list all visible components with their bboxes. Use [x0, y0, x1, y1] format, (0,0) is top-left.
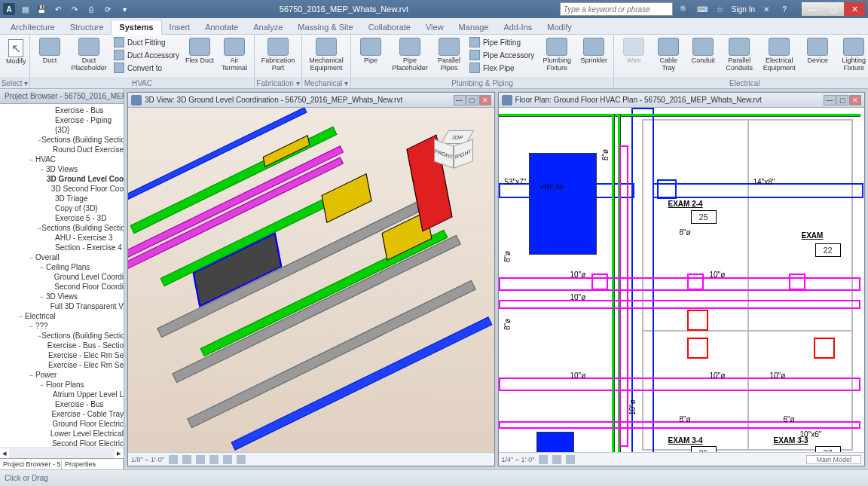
- detail-level-icon[interactable]: [169, 455, 178, 464]
- duct-placeholder-button[interactable]: Duct Placeholder: [68, 36, 110, 74]
- view-cube[interactable]: TOP FRONT RIGHT: [434, 130, 479, 176]
- ribbon-tab-analyze[interactable]: Analyze: [246, 20, 290, 34]
- tree-node[interactable]: Exercise - Cable Tray: [0, 409, 124, 419]
- visual-style-icon[interactable]: [552, 455, 561, 464]
- lighting-fixture-button[interactable]: Lighting Fixture: [836, 36, 868, 74]
- tree-node[interactable]: Atrium Upper Level L: [0, 390, 124, 399]
- tree-node[interactable]: 3D Ground Level Coo: [0, 174, 124, 184]
- tree-node[interactable]: −3D Views: [0, 292, 124, 301]
- wire-button[interactable]: Wire: [617, 36, 650, 66]
- tree-node[interactable]: Section - Exercise 4: [0, 243, 124, 252]
- electrical-equipment-button[interactable]: Electrical Equipment: [759, 36, 799, 74]
- favorite-icon[interactable]: ☆: [714, 2, 727, 16]
- parallel-pipes-button[interactable]: Parallel Pipes: [432, 36, 466, 74]
- qat-undo-icon[interactable]: ↶: [51, 2, 65, 16]
- tree-node[interactable]: −Sections (Building Sectio: [0, 331, 124, 341]
- tree-node[interactable]: −HVAC: [0, 154, 124, 164]
- qat-dropdown-icon[interactable]: ▾: [118, 2, 131, 16]
- ribbon-tab-collaborate[interactable]: Collaborate: [361, 20, 418, 34]
- parallel-conduits-button[interactable]: Parallel Conduits: [721, 36, 757, 74]
- pipe-fitting-button[interactable]: Pipe Fitting: [467, 36, 536, 48]
- keys-icon[interactable]: ⌨: [695, 2, 709, 16]
- duct-button[interactable]: Duct: [33, 36, 66, 66]
- worksets-combo[interactable]: Main Model: [806, 455, 861, 464]
- view-maximize-button[interactable]: ▢: [466, 95, 478, 105]
- browser-title[interactable]: Project Browser - 56750_2016_MEP_W... ×: [0, 89, 124, 104]
- sun-path-icon[interactable]: [196, 455, 205, 464]
- tree-node[interactable]: Round Duct Exercise: [0, 145, 124, 154]
- ribbon-tab-add-ins[interactable]: Add-Ins: [496, 20, 539, 34]
- ribbon-tab-manage[interactable]: Manage: [451, 20, 497, 34]
- view-minimize-button[interactable]: —: [824, 95, 836, 105]
- sign-in-button[interactable]: Sign In: [732, 5, 755, 14]
- hide-icon[interactable]: [237, 455, 246, 464]
- panel-label-fabrication[interactable]: Fabrication ▾: [255, 78, 301, 88]
- convert-button[interactable]: Convert to: [112, 62, 182, 74]
- search-input[interactable]: [560, 2, 673, 16]
- plumbing-fixture-button[interactable]: Plumbing Fixture: [538, 36, 576, 74]
- tree-node[interactable]: −Electrical: [0, 311, 124, 321]
- flex-duct-button[interactable]: Flex Duct: [183, 36, 216, 66]
- modify-button[interactable]: ↖ Modify: [3, 36, 29, 68]
- tree-node[interactable]: −Sections (Building Sectio: [0, 135, 124, 145]
- cable-tray-button[interactable]: Cable Tray: [652, 36, 685, 74]
- pipe-button[interactable]: Pipe: [354, 36, 387, 66]
- pipe-placeholder-button[interactable]: Pipe Placeholder: [389, 36, 431, 74]
- view-minimize-button[interactable]: —: [454, 95, 466, 105]
- duct-accessory-button[interactable]: Duct Accessory: [112, 49, 182, 61]
- panel-label-select[interactable]: Select ▾: [0, 78, 29, 88]
- tree-node[interactable]: Exercise - Bus - Sectio: [0, 341, 124, 350]
- view-maximize-button[interactable]: ▢: [836, 95, 848, 105]
- canvas-plan[interactable]: VRF-20 EXAM 2-4: [499, 108, 865, 452]
- crop-icon[interactable]: [566, 455, 575, 464]
- mechanical-equipment-button[interactable]: Mechanical Equipment: [305, 36, 347, 74]
- qat-save-icon[interactable]: 💾: [35, 2, 48, 16]
- tree-node[interactable]: Copy of {3D}: [0, 203, 124, 213]
- app-menu-icon[interactable]: A: [3, 3, 15, 15]
- tree-node[interactable]: −Floor Plans: [0, 380, 124, 390]
- ribbon-tab-modify[interactable]: Modify: [539, 20, 579, 34]
- qat-print-icon[interactable]: ⎙: [84, 2, 98, 16]
- view-close-button[interactable]: ✕: [479, 95, 491, 105]
- tree-node[interactable]: Exercise - Bus: [0, 105, 124, 115]
- detail-level-icon[interactable]: [539, 455, 548, 464]
- tree-node[interactable]: Exercise 5 - 3D: [0, 213, 124, 223]
- tree-node[interactable]: AHU - Exercise 3: [0, 233, 124, 243]
- ribbon-tab-massing-site[interactable]: Massing & Site: [290, 20, 360, 34]
- tree-node[interactable]: 3D Triage: [0, 194, 124, 203]
- sprinkler-button[interactable]: Sprinkler: [577, 36, 610, 66]
- tree-node[interactable]: −Ceiling Plans: [0, 262, 124, 272]
- tree-node[interactable]: 3D Second Floor Coo: [0, 184, 124, 194]
- tree-node[interactable]: {3D}: [0, 125, 124, 135]
- crop-icon[interactable]: [223, 455, 232, 464]
- fabrication-part-button[interactable]: Fabrication Part: [258, 36, 298, 74]
- tree-node[interactable]: −???: [0, 321, 124, 331]
- scale-label[interactable]: 1/8" = 1'-0": [131, 456, 164, 463]
- device-button[interactable]: Device: [801, 36, 834, 66]
- ribbon-tab-systems[interactable]: Systems: [111, 20, 161, 35]
- browser-tree[interactable]: Exercise - BusExercise - Piping{3D}−Sect…: [0, 104, 124, 448]
- duct-fitting-button[interactable]: Duct Fitting: [112, 36, 182, 48]
- ribbon-tab-architecture[interactable]: Architecture: [3, 20, 63, 34]
- search-icon[interactable]: 🔍: [677, 2, 691, 16]
- tree-node[interactable]: Second Floor Coordi: [0, 282, 124, 292]
- maximize-button[interactable]: ▢: [823, 2, 844, 16]
- qat-redo-icon[interactable]: ↷: [68, 2, 81, 16]
- panel-label-mechanical[interactable]: Mechanical ▾: [302, 78, 350, 88]
- qat-sync-icon[interactable]: ⟳: [101, 2, 115, 16]
- tree-node[interactable]: −3D Views: [0, 164, 124, 174]
- tree-node[interactable]: Exercise - Piping: [0, 115, 124, 125]
- exchange-icon[interactable]: ✕: [760, 2, 773, 16]
- scale-label[interactable]: 1/4" = 1'-0": [502, 456, 535, 463]
- tree-node[interactable]: Full 3D Transparent V: [0, 301, 124, 311]
- view-close-button[interactable]: ✕: [849, 95, 861, 105]
- ribbon-tab-view[interactable]: View: [418, 20, 451, 34]
- tree-node[interactable]: Lower Level Electrical: [0, 429, 124, 439]
- tree-node[interactable]: Exercise - Bus: [0, 399, 124, 409]
- tab-project-browser[interactable]: Project Browser - 56750_20...: [0, 459, 62, 469]
- tree-node[interactable]: Ground Level Coordi: [0, 272, 124, 282]
- ribbon-tab-insert[interactable]: Insert: [162, 20, 198, 34]
- minimize-button[interactable]: —: [802, 2, 823, 16]
- visual-style-icon[interactable]: [182, 455, 191, 464]
- tree-node[interactable]: Ground Floor Electric: [0, 419, 124, 429]
